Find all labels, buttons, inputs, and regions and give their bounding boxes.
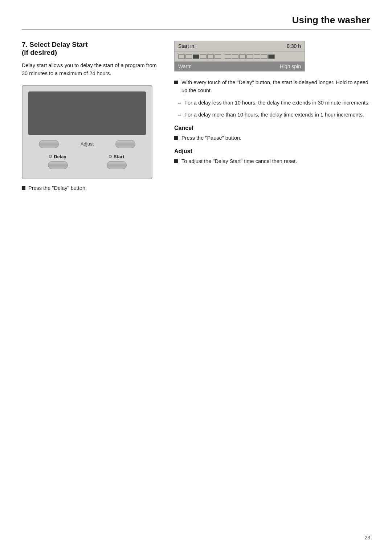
lcd-start-in-value: 0:30 h [287,43,301,49]
seg-4 [200,54,207,59]
adjust-buttons-row: Adjust [28,140,146,148]
lcd-start-in-label: Start in: [178,43,196,49]
seg-group-2 [225,54,275,59]
dash-item-2: – For a delay more than 10 hours, the de… [174,111,370,119]
dash-text-2: For a delay more than 10 hours, the dela… [184,111,364,119]
adjust-left-button[interactable] [39,140,59,148]
bullet-icon-adjust [174,159,178,163]
display-screen [28,91,146,135]
lcd-display: Start in: 0:30 h [174,41,305,72]
seg-10 [246,54,253,59]
press-delay-text: Press the "Delay" button. [28,185,87,191]
adjust-label: Adjust [81,141,94,147]
seg-5 [207,54,214,59]
washer-display: Adjust Delay Start [22,85,152,179]
seg-7 [225,54,231,59]
bullet-icon [22,186,25,190]
seg-1 [178,54,185,59]
cancel-text: Press the "Pause" button. [181,134,241,142]
dash-text-1: For a delay less than 10 hours, the dela… [184,99,369,107]
content-columns: 7. Select Delay Start(if desired) Delay … [22,41,370,191]
dash-1: – [178,99,181,107]
adjust-heading: Adjust [174,148,370,155]
lcd-warm-label: Warm [178,64,192,69]
start-led [109,155,112,158]
dash-2: – [178,111,181,119]
seg-13 [268,54,275,59]
lcd-start-in-row: Start in: 0:30 h [175,41,305,52]
start-button[interactable] [107,161,127,169]
delay-led [49,155,52,158]
intro-text: Delay start allows you to delay the star… [22,62,160,78]
delay-label: Delay [54,154,66,159]
adjust-right-button[interactable] [115,140,135,148]
progress-segments [178,54,301,59]
seg-12 [261,54,268,59]
seg-3 [193,54,199,59]
start-label-row: Start [109,154,124,159]
bullet-item-1: With every touch of the "Delay" button, … [174,79,370,95]
delay-button[interactable] [48,161,68,169]
adjust-bullet: To adjust the "Delay Start" time cancel … [174,158,370,166]
adjust-text: To adjust the "Delay Start" time cancel … [181,158,297,166]
delay-control: Delay [48,154,68,169]
cancel-heading: Cancel [174,125,370,131]
control-row: Delay Start [28,154,146,169]
lcd-warm-row: Warm High spin [175,62,305,71]
start-control: Start [107,154,127,169]
page-header: Using the washer [22,15,370,30]
bullet-text-1: With every touch of the "Delay" button, … [181,79,370,95]
seg-6 [215,54,221,59]
delay-label-row: Delay [49,154,66,159]
bullet-icon-cancel [174,136,178,140]
cancel-bullet: Press the "Pause" button. [174,134,370,142]
seg-11 [254,54,260,59]
right-column: Start in: 0:30 h [174,41,370,170]
seg-9 [239,54,246,59]
lcd-spin-label: High spin [280,64,301,69]
press-delay-instruction: Press the "Delay" button. [22,185,160,191]
page-number: 23 [364,535,370,540]
seg-8 [232,54,238,59]
section-heading: 7. Select Delay Start(if desired) [22,41,160,57]
seg-2 [185,54,192,59]
lcd-progress-row [175,52,305,62]
seg-separator [222,54,224,59]
left-column: 7. Select Delay Start(if desired) Delay … [22,41,160,191]
start-label: Start [114,154,124,159]
dash-item-1: – For a delay less than 10 hours, the de… [174,99,370,107]
page-title: Using the washer [292,15,370,25]
bullet-icon-1 [174,81,178,84]
seg-group-1 [178,54,221,59]
